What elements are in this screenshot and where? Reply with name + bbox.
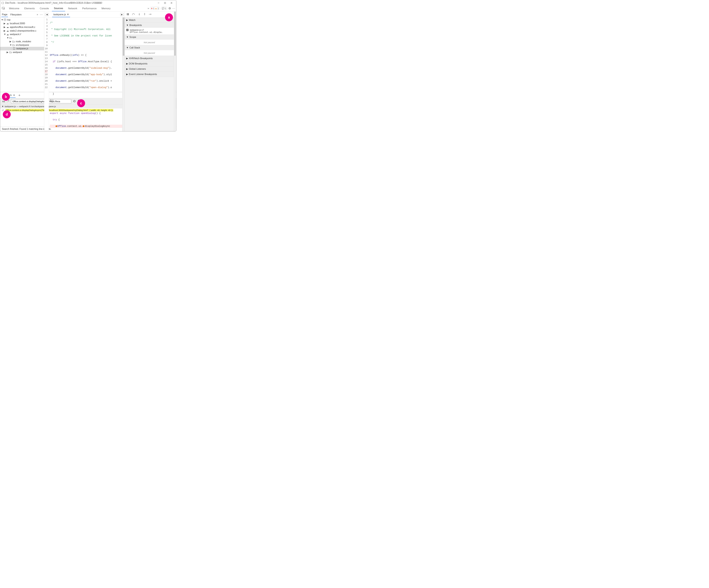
tab-welcome[interactable]: Welcome	[7, 6, 22, 11]
tabs-overflow-icon[interactable]: »	[148, 7, 149, 10]
line-gutter[interactable]: 12345678910111213141516171819202122	[44, 18, 49, 132]
tree-webpack-folder[interactable]: webpack	[13, 51, 22, 54]
result-line-number: 17	[2, 109, 4, 111]
navigator-tabs: Page Filesystem » ⋯	[0, 11, 44, 18]
messages-chip[interactable]: 💬1	[161, 7, 167, 10]
navigator-more-icon[interactable]: ⋯	[40, 13, 43, 16]
tree-host[interactable]: localhost:3000	[10, 22, 25, 25]
pause-icon[interactable]	[127, 13, 129, 16]
cloud-icon: ☁	[6, 22, 9, 25]
tree-node-modules[interactable]: node_modules	[16, 40, 31, 43]
breakpoint-file: taskpane.js:17	[130, 29, 144, 31]
navigator-overflow-icon[interactable]: »	[37, 13, 38, 16]
badge-b: b	[2, 93, 10, 101]
editor-header: ◀ taskpane.js ✕ ▶	[44, 11, 125, 18]
hide-navigator-icon[interactable]: ◀	[45, 13, 49, 16]
inspect-element-icon[interactable]	[1, 6, 6, 10]
debugger-vscroll[interactable]	[174, 11, 176, 132]
tab-sources[interactable]: Sources	[52, 5, 65, 11]
step-into-icon[interactable]	[138, 13, 140, 16]
breakpoints-section[interactable]: ▼Breakpoints	[125, 23, 174, 28]
callstack-not-paused: Not paused	[125, 50, 174, 56]
dom-breakpoints-section[interactable]: ▶DOM Breakpoints	[125, 61, 174, 66]
devtools-app-icon	[1, 2, 4, 4]
svg-rect-6	[4, 19, 6, 21]
cloud-icon: ☁	[6, 33, 9, 36]
tree-dot[interactable]: .	[13, 36, 14, 39]
xhr-breakpoints-section[interactable]: ▶XHR/fetch Breakpoints	[125, 56, 174, 61]
close-search-tab-icon[interactable]: ✕	[13, 94, 15, 96]
breakpoint-item[interactable]: ✓ taskpane.js:17	[126, 29, 173, 31]
breakpoint-checkbox[interactable]: ✓	[126, 29, 129, 31]
maximize-button[interactable]	[162, 1, 168, 5]
folder-icon	[12, 44, 15, 47]
close-file-icon[interactable]: ✕	[67, 13, 69, 16]
editor-pane: ◀ taskpane.js ✕ ▶ 1234567891011121314151…	[44, 11, 125, 132]
new-tab-icon[interactable]: ＋	[18, 93, 21, 97]
debugger-pane: ▶Watch ▼Breakpoints ✓ taskpane.js:17 Off…	[125, 11, 176, 132]
file-icon	[13, 47, 16, 50]
folder-icon	[12, 40, 15, 43]
navigator-tab-page[interactable]: Page	[1, 12, 8, 17]
window-title: DevTools - localhost:3000/taskpane.html?…	[5, 1, 102, 4]
tree-file-taskpane[interactable]: taskpane.js	[16, 47, 28, 50]
message-icon: 💬	[162, 7, 164, 9]
devtools-window: DevTools - localhost:3000/taskpane.html?…	[0, 0, 176, 132]
breakpoint-dot-icon[interactable]	[83, 125, 84, 127]
svg-point-14	[145, 13, 145, 13]
tab-console[interactable]: Console	[37, 6, 51, 11]
editor-file-name: taskpane.js	[53, 13, 66, 16]
svg-rect-2	[164, 2, 166, 3]
frame-icon	[4, 19, 6, 21]
global-listeners-section[interactable]: ▶Global Listeners	[125, 66, 174, 72]
devtools-tabs: Welcome Elements Console Sources Network…	[0, 5, 176, 11]
badge-d: d	[3, 110, 11, 118]
editor-vscroll[interactable]	[122, 18, 125, 132]
callstack-section[interactable]: ▼Call Stack	[125, 45, 174, 50]
error-count: 1	[153, 7, 154, 9]
scope-not-paused: Not paused	[125, 40, 174, 45]
svg-point-10	[132, 15, 133, 15]
sources-main: Page Filesystem » ⋯ ▼top ▶☁localhost:300…	[0, 11, 176, 92]
settings-icon[interactable]: ⚙	[168, 7, 171, 10]
svg-point-16	[149, 14, 150, 15]
hide-debugger-icon[interactable]: ▶	[120, 13, 124, 16]
tab-performance[interactable]: Performance	[80, 6, 99, 11]
folder-icon	[9, 36, 12, 39]
title-bar: DevTools - localhost:3000/taskpane.html?…	[0, 0, 176, 5]
code-text[interactable]: /* * Copyright (c) Microsoft Corporation…	[49, 18, 122, 132]
tree-appsforoffice[interactable]: appsforoffice.microsoft.c	[10, 26, 35, 28]
navigator-tab-filesystem[interactable]: Filesystem	[10, 12, 22, 17]
tab-memory[interactable]: Memory	[100, 6, 112, 11]
close-button[interactable]	[168, 1, 175, 5]
svg-rect-9	[128, 13, 129, 15]
minimize-button[interactable]	[155, 1, 162, 5]
more-menu-icon[interactable]: ⋯	[172, 7, 175, 10]
badge-c: c	[77, 99, 85, 107]
cloud-icon: ☁	[6, 29, 9, 32]
step-out-icon[interactable]	[143, 13, 146, 16]
message-count: 1	[165, 7, 166, 9]
tab-elements[interactable]: Elements	[22, 6, 37, 11]
tree-top[interactable]: top	[7, 19, 10, 21]
code-area[interactable]: 12345678910111213141516171819202122 /* *…	[44, 18, 125, 132]
breakpoint-dot-icon[interactable]	[56, 125, 57, 127]
tree-src-taskpane[interactable]: src/taskpane	[16, 44, 29, 47]
svg-point-12	[139, 15, 139, 16]
svg-rect-8	[127, 13, 128, 15]
editor-file-tab[interactable]: taskpane.js ✕	[52, 12, 70, 17]
step-over-icon[interactable]	[132, 13, 135, 16]
warning-count: 1	[158, 7, 159, 9]
event-listener-breakpoints-section[interactable]: ▶Event Listener Breakpoints	[125, 72, 174, 77]
tab-network[interactable]: Network	[66, 6, 79, 11]
step-icon[interactable]	[149, 13, 152, 16]
breakpoint-code: Office.context.ui.displa…	[126, 31, 173, 34]
badge-a: a	[165, 13, 173, 21]
cloud-icon: ☁	[6, 26, 9, 28]
tree-webpack[interactable]: webpack://	[10, 33, 21, 36]
errors-warnings-chip[interactable]: ⊗1 ▲1	[150, 7, 160, 10]
folder-icon	[9, 51, 12, 54]
scope-section[interactable]: ▼Scope	[125, 35, 174, 40]
warning-icon: ▲	[155, 7, 157, 9]
tree-sharepoint[interactable]: static2.sharepointonline.c	[10, 29, 36, 32]
